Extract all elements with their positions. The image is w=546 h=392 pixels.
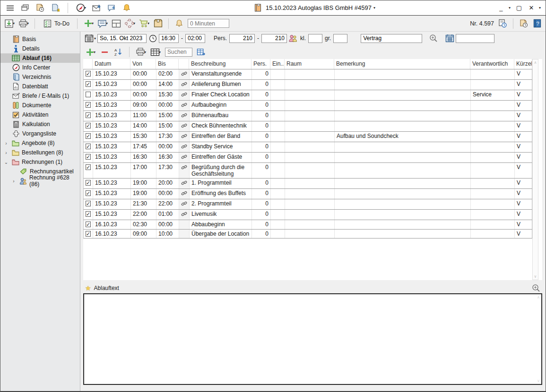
search-input[interactable]: [165, 48, 192, 57]
column-header[interactable]: Raum: [285, 59, 334, 69]
table-row[interactable]: ✓15.10.2321:3022:002. Programmteil0V: [83, 199, 532, 209]
checkbox-checked-icon[interactable]: ✓: [86, 102, 91, 108]
table-row[interactable]: ✓15.10.2300:0002:00Veranstaltungsende0V: [83, 69, 532, 79]
todo-button[interactable]: To-Do: [41, 18, 71, 29]
column-header[interactable]: [83, 59, 93, 69]
people-icon[interactable]: [288, 34, 298, 43]
import-button[interactable]: ▾: [4, 19, 15, 28]
checkbox-checked-icon[interactable]: ✓: [86, 123, 91, 128]
calendar-blue-icon[interactable]: [445, 34, 454, 43]
maximize-button[interactable]: ▢: [515, 4, 523, 11]
close-button[interactable]: ✕: [528, 4, 535, 11]
sidebar-item[interactable]: ⌄Rechnungen (1): [0, 157, 80, 167]
comment-button[interactable]: ▾: [97, 19, 108, 28]
checkbox-unchecked-icon[interactable]: [86, 92, 91, 97]
reminder-bell-icon[interactable]: [174, 19, 184, 28]
column-header[interactable]: Von: [130, 59, 156, 69]
chevron-down-icon[interactable]: ⌄: [3, 160, 9, 165]
checkbox-checked-icon[interactable]: ✓: [86, 201, 91, 206]
column-header[interactable]: Pers.: [251, 59, 270, 69]
textarea-scrollbar[interactable]: ∧ ∨: [536, 294, 541, 384]
table-row[interactable]: ✓15.10.2315:3017:30Eintreffen der Band0A…: [83, 131, 532, 142]
sidebar-item[interactable]: Aktivitäten: [0, 110, 80, 119]
sidebar-item[interactable]: Details: [0, 44, 80, 53]
table-row[interactable]: ✓16.10.2302:3000:00Abbaubeginn0V: [83, 220, 532, 229]
close-dropdown-icon[interactable]: ▾: [539, 6, 541, 10]
table-scrollbar[interactable]: ∧ ∨: [532, 59, 538, 280]
table-row[interactable]: ✓15.10.2309:0000:00Aufbaubeginn0V: [83, 100, 532, 111]
sidebar-item[interactable]: Info Center: [0, 63, 80, 72]
gr-input[interactable]: [333, 34, 347, 43]
mail-import-icon[interactable]: [92, 3, 101, 13]
table-row[interactable]: ✓15.10.2314:0015:00Check Bühnentechnik0V: [83, 121, 532, 131]
print-table-button[interactable]: ▾: [136, 47, 146, 57]
sidebar-item[interactable]: Ablauf (16): [0, 53, 80, 63]
kl-input[interactable]: [308, 34, 322, 43]
minimize-dropdown-icon[interactable]: ▾: [509, 6, 511, 10]
hamburger-menu-icon[interactable]: [5, 3, 15, 13]
sidebar-item[interactable]: Briefe / E-Mails (1): [0, 91, 80, 101]
package-icon[interactable]: [153, 19, 163, 28]
sidebar-item[interactable]: ›Angebote (8): [0, 138, 80, 148]
info-center-button[interactable]: ▾: [76, 3, 86, 13]
table-row[interactable]: ✓15.10.2317:4500:00Standby Service0V: [83, 142, 532, 152]
document-star-icon[interactable]: ★: [51, 3, 60, 13]
sidebar-item[interactable]: Datenblatt: [0, 82, 80, 91]
checkbox-checked-icon[interactable]: ✓: [86, 133, 91, 139]
help-icon[interactable]: ?: [532, 19, 542, 28]
column-header[interactable]: [179, 59, 189, 69]
table-row[interactable]: ✓15.10.2317:0017:30Begrüßung durch die G…: [83, 162, 532, 178]
table-row[interactable]: ✓15.10.2319:0020:001. Programmteil0V: [83, 178, 532, 188]
checkbox-checked-icon[interactable]: ✓: [86, 154, 91, 160]
column-header[interactable]: Ein...: [270, 59, 285, 69]
checkbox-checked-icon[interactable]: ✓: [86, 164, 91, 170]
ablauftext-textarea[interactable]: ∧ ∨: [83, 293, 542, 385]
chevron-right-icon[interactable]: ›: [3, 150, 9, 155]
split-window-icon[interactable]: [112, 19, 121, 28]
print-button[interactable]: ▾: [18, 19, 29, 28]
chevron-right-icon[interactable]: ›: [3, 141, 9, 146]
sidebar-item[interactable]: Dokumente: [0, 101, 80, 110]
checkbox-checked-icon[interactable]: ✓: [86, 144, 91, 149]
notification-bell-icon[interactable]: [122, 3, 131, 13]
column-header[interactable]: Beschreibung: [189, 59, 251, 69]
column-header[interactable]: Datum: [93, 59, 130, 69]
calendar-dropdown-icon[interactable]: ▾: [94, 36, 96, 41]
checkbox-checked-icon[interactable]: ✓: [86, 211, 91, 217]
star-icon[interactable]: ★: [85, 284, 91, 292]
table-row[interactable]: ✓15.10.2300:0014:00Anlieferung Blumen0V: [83, 79, 532, 90]
history-icon[interactable]: [498, 19, 507, 28]
table-row[interactable]: 15.10.2300:0015:30Finaler Check Location…: [83, 90, 532, 100]
checkbox-checked-icon[interactable]: ✓: [86, 71, 91, 77]
pers-max-input[interactable]: [261, 34, 287, 43]
checkbox-checked-icon[interactable]: ✓: [86, 112, 91, 118]
add-row-button[interactable]: ▾: [85, 47, 95, 57]
scroll-up-icon[interactable]: ∧: [534, 60, 537, 65]
table-view-button[interactable]: ▾: [150, 47, 161, 57]
column-header[interactable]: Bis: [156, 59, 179, 69]
workflow-button[interactable]: ▾: [125, 19, 135, 28]
chevron-right-icon[interactable]: ›: [11, 179, 17, 184]
magnifier-plus-icon[interactable]: [429, 34, 438, 43]
sidebar-item[interactable]: Vorgangsliste: [0, 129, 80, 138]
table-row[interactable]: ✓16.10.2309:0010:00Übergabe der Location…: [83, 229, 532, 239]
magnifier-plus-icon[interactable]: [531, 283, 541, 293]
pers-min-input[interactable]: [229, 34, 255, 43]
checkbox-checked-icon[interactable]: ✓: [86, 190, 91, 196]
checkbox-checked-icon[interactable]: ✓: [86, 231, 91, 237]
minimize-button[interactable]: _: [497, 4, 505, 11]
recent-doc-icon[interactable]: [519, 19, 529, 28]
column-header[interactable]: Verantwortlich: [470, 59, 514, 69]
time-to-input[interactable]: [185, 34, 205, 43]
contract-input[interactable]: [361, 34, 422, 43]
column-header[interactable]: Bemerkung: [334, 59, 470, 69]
sidebar-item[interactable]: Basis: [0, 34, 80, 44]
sidebar-item[interactable]: Kalkulation: [0, 119, 80, 129]
table-export-icon[interactable]: [197, 47, 206, 57]
checkbox-checked-icon[interactable]: ✓: [86, 81, 91, 87]
sidebar-item[interactable]: Verzeichnis: [0, 72, 80, 82]
time-from-input[interactable]: [159, 34, 179, 43]
reminder-input[interactable]: [188, 19, 229, 28]
sidebar-item[interactable]: ›Rechnung #628 (86): [0, 176, 80, 186]
extra-filter-input[interactable]: [456, 34, 494, 43]
